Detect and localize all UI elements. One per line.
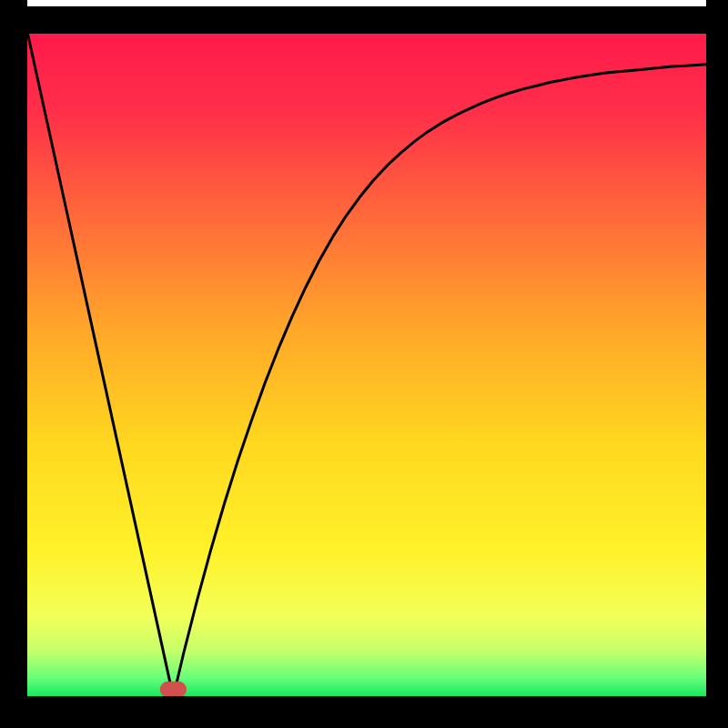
chart-container: TheBottleneck.com: [0, 0, 728, 728]
x-axis: [0, 696, 728, 728]
y-axis-left: [0, 0, 27, 728]
chart-svg: [0, 0, 728, 728]
plot-background: [27, 32, 706, 697]
minimum-marker: [160, 682, 186, 697]
y-axis-right: [706, 0, 728, 728]
